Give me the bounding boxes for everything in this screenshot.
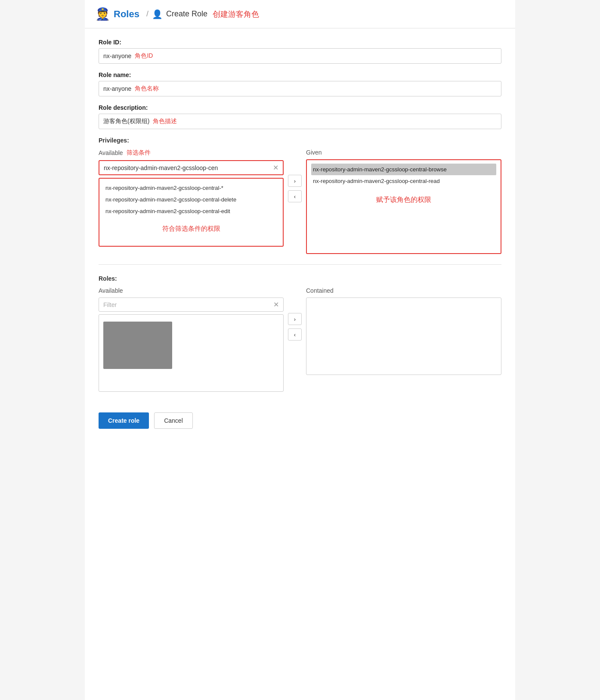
roles-section: Roles: Available Filter ✕ [99,275,501,392]
form-container: Role ID: nx-anyone 角色ID Role name: nx-an… [85,28,515,439]
roles-icon: 👮 [95,7,110,21]
page-container: 👮 Roles / 👤 Create Role 创建游客角色 Role ID: … [85,0,515,700]
privileges-layout: Available 筛选条件 nx-repository-admin-maven… [99,149,501,254]
role-id-label: Role ID: [99,39,501,46]
roles-filter-clear[interactable]: ✕ [273,300,279,309]
role-id-input-wrapper[interactable]: nx-anyone 角色ID [99,48,501,64]
breadcrumb-subtitle: 👤 Create Role [152,9,207,19]
roles-available-header: Available [99,287,284,294]
create-role-label: Create Role [166,9,207,19]
roles-contained-col: Contained [306,287,501,375]
contained-label: Contained [306,287,334,294]
cancel-button[interactable]: Cancel [154,412,193,429]
available-annotation: 筛选条件 [127,149,151,157]
privileges-given-box[interactable]: nx-repository-admin-maven2-gcssloop-cent… [306,159,501,254]
available-label: Available [99,149,123,156]
privileges-available-header: Available 筛选条件 [99,149,284,157]
roles-thumbnail [103,322,172,369]
role-name-annotation: 角色名称 [135,85,159,93]
roles-add-button[interactable]: › [288,313,302,325]
privileges-filter-clear[interactable]: ✕ [273,164,278,172]
section-divider [99,264,501,265]
privileges-arrows: › ‹ [284,149,306,202]
role-id-annotation: 角色ID [135,52,153,60]
roles-contained-box[interactable] [306,297,501,375]
privileges-filter-box[interactable]: nx-repository-admin-maven2-gcssloop-cen … [99,160,284,175]
role-name-input-wrapper[interactable]: nx-anyone 角色名称 [99,81,501,96]
role-desc-group: Role description: 游客角色(权限组) 角色描述 [99,104,501,129]
given-item[interactable]: nx-repository-admin-maven2-gcssloop-cent… [311,164,496,175]
privileges-remove-button[interactable]: ‹ [288,190,302,202]
create-role-icon: 👤 [152,9,163,19]
given-label: Given [306,149,322,156]
list-item[interactable]: nx-repository-admin-maven2-gcssloop-cent… [104,205,278,217]
roles-available-label: Available [99,287,123,294]
role-name-value: nx-anyone [103,85,131,92]
roles-filter-placeholder: Filter [103,301,117,308]
privileges-filter-value: nx-repository-admin-maven2-gcssloop-cen [104,164,218,171]
list-annotation: 符合筛选条件的权限 [104,225,278,233]
roles-filter-box[interactable]: Filter ✕ [99,297,284,312]
form-actions: Create role Cancel [99,406,501,429]
create-role-button[interactable]: Create role [99,412,149,429]
roles-remove-button[interactable]: ‹ [288,328,302,341]
privileges-add-button[interactable]: › [288,175,302,187]
role-id-group: Role ID: nx-anyone 角色ID [99,39,501,64]
roles-contained-header: Contained [306,287,501,294]
role-desc-input-wrapper[interactable]: 游客角色(权限组) 角色描述 [99,114,501,129]
header: 👮 Roles / 👤 Create Role 创建游客角色 [85,0,515,28]
roles-list-box[interactable] [99,314,284,392]
role-name-group: Role name: nx-anyone 角色名称 [99,71,501,96]
breadcrumb-separator: / [146,9,148,19]
role-desc-label: Role description: [99,104,501,111]
privileges-given-header: Given [306,149,501,156]
list-item[interactable]: nx-repository-admin-maven2-gcssloop-cent… [104,182,278,194]
role-desc-value: 游客角色(权限组) [103,118,149,125]
role-id-value: nx-anyone [103,53,131,59]
privileges-section: Privileges: Available 筛选条件 nx-repository… [99,137,501,254]
roles-arrows: › ‹ [284,287,306,341]
privileges-list-box[interactable]: nx-repository-admin-maven2-gcssloop-cent… [99,178,284,247]
list-item[interactable]: nx-repository-admin-maven2-gcssloop-cent… [104,194,278,205]
header-annotation: 创建游客角色 [213,9,259,19]
privileges-available-col: Available 筛选条件 nx-repository-admin-maven… [99,149,284,247]
privileges-given-col: Given nx-repository-admin-maven2-gcssloo… [306,149,501,254]
roles-layout: Available Filter ✕ › ‹ [99,287,501,392]
role-desc-annotation: 角色描述 [153,118,177,125]
roles-available-col: Available Filter ✕ [99,287,284,392]
privileges-label: Privileges: [99,137,501,144]
role-name-label: Role name: [99,71,501,78]
given-item[interactable]: nx-repository-admin-maven2-gcssloop-cent… [311,175,496,187]
roles-label: Roles: [99,275,501,282]
page-title: Roles [114,9,139,20]
given-annotation: 赋予该角色的权限 [311,195,496,204]
